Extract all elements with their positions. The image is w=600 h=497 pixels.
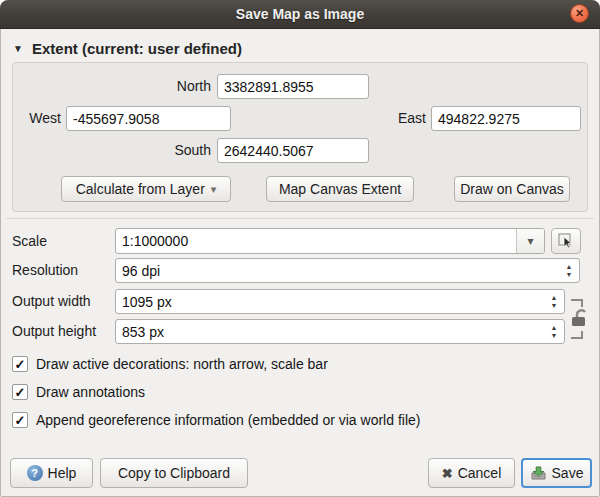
set-scale-from-canvas-button[interactable] [551, 228, 581, 254]
spin-down-icon: ▼ [551, 302, 558, 310]
dropdown-arrow-icon: ▾ [211, 183, 217, 196]
cancel-button[interactable]: ✖ Cancel [428, 458, 515, 488]
check-icon: ✓ [15, 413, 26, 428]
resolution-label: Resolution [12, 258, 78, 283]
scale-dropdown-button[interactable]: ▾ [516, 229, 544, 253]
append-georeference-label: Append georeference information (embedde… [36, 412, 420, 428]
spin-down-icon: ▼ [566, 271, 573, 279]
south-label: South [113, 138, 211, 163]
resolution-spinbox[interactable]: ▲ ▼ [115, 258, 580, 283]
output-width-label: Output width [12, 289, 91, 314]
calculate-from-layer-label: Calculate from Layer [76, 181, 205, 197]
draw-decorations-option[interactable]: ✓ Draw active decorations: north arrow, … [12, 356, 328, 372]
output-height-input[interactable] [116, 320, 544, 343]
aspect-ratio-lock-button[interactable] [567, 292, 593, 346]
copy-to-clipboard-label: Copy to Clipboard [118, 465, 230, 481]
west-label: West [13, 106, 61, 131]
output-width-input[interactable] [116, 290, 544, 313]
spin-up-icon: ▲ [551, 294, 558, 302]
draw-on-canvas-button[interactable]: Draw on Canvas [454, 176, 570, 202]
spin-up-icon: ▲ [566, 263, 573, 271]
draw-annotations-label: Draw annotations [36, 384, 145, 400]
north-label: North [113, 74, 211, 99]
horizontal-separator [6, 218, 594, 219]
spin-up-icon: ▲ [551, 324, 558, 332]
north-input[interactable] [217, 74, 369, 99]
check-icon: ✓ [15, 357, 26, 372]
close-icon: ✕ [575, 7, 584, 19]
draw-annotations-checkbox[interactable]: ✓ [12, 384, 28, 400]
spin-down-icon: ▼ [551, 332, 558, 340]
extent-groupbox: North West East South Calculate from Lay… [12, 62, 588, 212]
resolution-spin-arrows[interactable]: ▲ ▼ [559, 259, 579, 282]
draw-decorations-checkbox[interactable]: ✓ [12, 356, 28, 372]
save-map-as-image-dialog: Save Map as Image ✕ ▼ Extent (current: u… [0, 0, 600, 497]
collapse-triangle-icon[interactable]: ▼ [13, 43, 23, 54]
copy-to-clipboard-button[interactable]: Copy to Clipboard [100, 458, 248, 488]
scale-input[interactable] [116, 229, 516, 253]
save-button[interactable]: Save [521, 458, 592, 488]
help-button[interactable]: ? Help [10, 458, 93, 488]
output-width-spinbox[interactable]: ▲ ▼ [115, 289, 565, 314]
south-input[interactable] [217, 138, 369, 163]
resolution-input[interactable] [116, 259, 559, 282]
scale-label: Scale [12, 228, 47, 254]
draw-annotations-option[interactable]: ✓ Draw annotations [12, 384, 145, 400]
output-width-spin-arrows[interactable]: ▲ ▼ [544, 290, 564, 313]
extent-section-header[interactable]: Extent (current: user defined) [32, 40, 242, 57]
east-input[interactable] [431, 106, 581, 131]
window-title: Save Map as Image [0, 0, 600, 28]
cancel-x-icon: ✖ [442, 466, 453, 481]
combo-arrow-icon: ▾ [527, 234, 533, 248]
map-canvas-extent-button[interactable]: Map Canvas Extent [266, 176, 414, 202]
help-icon: ? [27, 465, 43, 481]
check-icon: ✓ [15, 385, 26, 400]
map-canvas-extent-label: Map Canvas Extent [279, 181, 401, 197]
calculate-from-layer-button[interactable]: Calculate from Layer ▾ [61, 176, 231, 202]
unlocked-padlock-icon [567, 292, 593, 346]
cancel-label: Cancel [458, 465, 502, 481]
output-height-label: Output height [12, 319, 96, 344]
save-disk-icon [530, 465, 547, 482]
draw-decorations-label: Draw active decorations: north arrow, sc… [36, 356, 328, 372]
close-button[interactable]: ✕ [570, 4, 589, 23]
help-label: Help [48, 465, 77, 481]
append-georeference-checkbox[interactable]: ✓ [12, 412, 28, 428]
west-input[interactable] [66, 106, 231, 131]
east-label: East [343, 106, 426, 131]
titlebar[interactable]: Save Map as Image ✕ [0, 0, 600, 29]
append-georeference-option[interactable]: ✓ Append georeference information (embed… [12, 412, 420, 428]
output-height-spinbox[interactable]: ▲ ▼ [115, 319, 565, 344]
map-cursor-icon [558, 233, 575, 250]
output-height-spin-arrows[interactable]: ▲ ▼ [544, 320, 564, 343]
save-label: Save [552, 465, 584, 481]
scale-combobox[interactable]: ▾ [115, 228, 545, 254]
draw-on-canvas-label: Draw on Canvas [460, 181, 564, 197]
